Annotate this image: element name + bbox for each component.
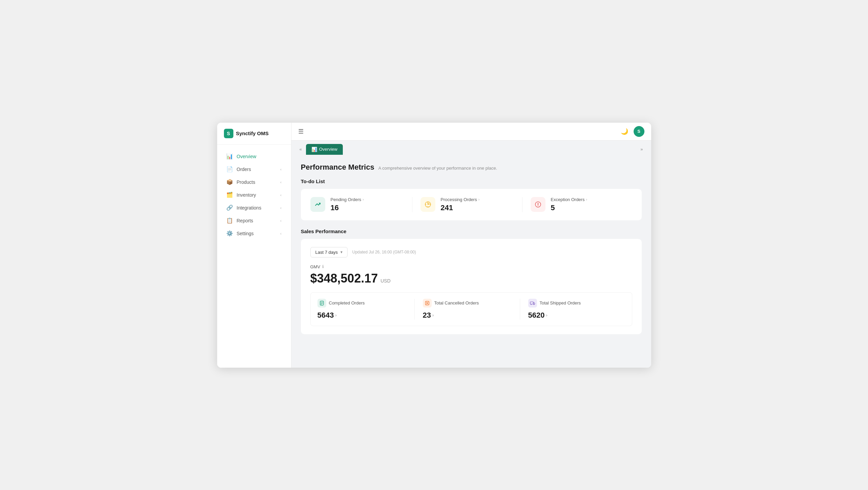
gmv-label: GMV ℹ: [310, 264, 632, 269]
reports-chevron-icon: ‹: [280, 219, 282, 223]
sidebar-label-orders: Orders: [237, 167, 251, 172]
tab-overview-icon: 📊: [311, 147, 317, 152]
sidebar-label-integrations: Integrations: [237, 205, 261, 211]
completed-orders-label: Completed Orders: [329, 300, 365, 305]
main-area: ☰ 🌙 S « 📊 Overview » Performance Metrics…: [291, 123, 651, 368]
cancelled-orders-count: 23: [423, 311, 431, 320]
tab-expand-button[interactable]: »: [638, 145, 645, 153]
order-stats-card: Completed Orders 5643 ›: [310, 292, 632, 326]
todo-card: Pending Orders › 16: [301, 189, 642, 220]
svg-point-6: [428, 206, 428, 207]
sidebar-item-overview[interactable]: 📊 Overview: [220, 150, 288, 163]
reports-icon: 📋: [227, 218, 233, 224]
page-title: Performance Metrics: [301, 163, 375, 172]
svg-point-19: [533, 304, 534, 304]
sidebar-label-reports: Reports: [237, 218, 253, 223]
todo-section: To-do List Pending Orders: [301, 178, 642, 220]
dark-mode-icon[interactable]: 🌙: [621, 128, 628, 135]
gmv-info-icon: ℹ: [322, 264, 324, 269]
shipped-orders-icon: [528, 299, 537, 308]
stat-completed[interactable]: Completed Orders 5643 ›: [317, 299, 414, 320]
todo-item-pending[interactable]: Pending Orders › 16: [310, 197, 412, 212]
gmv-currency: USD: [381, 278, 391, 284]
pending-orders-label: Pending Orders ›: [331, 197, 364, 202]
sidebar-label-settings: Settings: [237, 231, 254, 236]
period-chevron-icon: ▾: [340, 250, 342, 254]
svg-point-5: [428, 202, 428, 203]
gmv-value: $348,502.17: [310, 271, 378, 286]
processing-orders-count: 241: [441, 203, 480, 212]
svg-point-18: [531, 304, 531, 304]
processing-orders-label: Processing Orders ›: [441, 197, 480, 202]
avatar[interactable]: S: [634, 126, 644, 137]
sales-card: Last 7 days ▾ Updated Jul 26, 16:00 (GMT…: [301, 239, 642, 334]
todo-item-processing[interactable]: Processing Orders › 241: [412, 197, 522, 212]
sidebar-item-reports[interactable]: 📋 Reports ‹: [220, 214, 288, 227]
shipped-chevron-icon: ›: [546, 313, 547, 318]
logo-icon: S: [224, 129, 233, 138]
sidebar-label-products: Products: [237, 179, 255, 185]
processing-chevron-icon: ›: [478, 197, 480, 201]
tabbar: « 📊 Overview »: [291, 141, 651, 155]
sidebar-item-settings[interactable]: ⚙️ Settings ‹: [220, 227, 288, 240]
cancelled-chevron-icon: ›: [432, 313, 434, 318]
svg-point-3: [426, 204, 426, 205]
stat-cancelled[interactable]: Total Cancelled Orders 23 ›: [414, 299, 520, 320]
sidebar-label-overview: Overview: [237, 154, 256, 159]
sidebar: S Synctify OMS 📊 Overview 📄 Orders ‹: [217, 123, 291, 368]
completed-orders-icon: [317, 299, 326, 308]
exception-orders-count: 5: [551, 203, 587, 212]
topbar: ☰ 🌙 S: [291, 123, 651, 141]
integrations-icon: 🔗: [227, 205, 233, 211]
completed-orders-count: 5643: [317, 311, 334, 320]
cancelled-orders-label: Total Cancelled Orders: [434, 300, 479, 305]
integrations-chevron-icon: ‹: [280, 206, 282, 210]
inventory-icon: 🗂️: [227, 192, 233, 198]
pending-orders-count: 16: [331, 203, 364, 212]
todo-item-exception[interactable]: Exception Orders › 5: [522, 197, 632, 212]
settings-chevron-icon: ‹: [280, 231, 282, 236]
sales-section: Sales Performance Last 7 days ▾ Updated …: [301, 228, 642, 334]
page-header: Performance Metrics A comprehensive over…: [301, 163, 642, 172]
exception-chevron-icon: ›: [586, 197, 587, 201]
exception-orders-icon: [531, 197, 545, 212]
tab-collapse-button[interactable]: «: [297, 145, 305, 153]
sidebar-nav: 📊 Overview 📄 Orders ‹ 📦 Products ‹: [217, 145, 291, 368]
update-timestamp: Updated Jul 26, 16:00 (GMT-08:00): [352, 250, 416, 254]
sidebar-label-inventory: Inventory: [237, 192, 256, 198]
app-window: S Synctify OMS 📊 Overview 📄 Orders ‹: [217, 123, 651, 368]
orders-chevron-icon: ‹: [280, 167, 282, 171]
products-icon: 📦: [227, 179, 233, 185]
overview-icon: 📊: [227, 153, 233, 160]
todo-section-title: To-do List: [301, 178, 642, 184]
page-subtitle: A comprehensive overview of your perform…: [378, 166, 497, 171]
tab-overview-label: Overview: [319, 147, 337, 152]
cancelled-orders-icon: [423, 299, 432, 308]
period-select[interactable]: Last 7 days ▾: [310, 247, 348, 258]
sales-section-title: Sales Performance: [301, 228, 642, 234]
completed-chevron-icon: ›: [335, 313, 336, 318]
sidebar-item-products[interactable]: 📦 Products ‹: [220, 176, 288, 189]
products-chevron-icon: ‹: [280, 180, 282, 184]
period-label: Last 7 days: [315, 250, 338, 255]
svg-point-4: [430, 204, 430, 205]
orders-icon: 📄: [227, 166, 233, 172]
pending-chevron-icon: ›: [363, 197, 364, 201]
content-area: Performance Metrics A comprehensive over…: [291, 155, 651, 368]
hamburger-icon[interactable]: ☰: [298, 128, 304, 135]
svg-point-9: [538, 205, 538, 206]
tab-overview[interactable]: 📊 Overview: [306, 144, 343, 155]
exception-orders-label: Exception Orders ›: [551, 197, 587, 202]
app-name: Synctify OMS: [236, 130, 269, 136]
inventory-chevron-icon: ‹: [280, 193, 282, 197]
sidebar-item-integrations[interactable]: 🔗 Integrations ‹: [220, 201, 288, 214]
stat-shipped[interactable]: Total Shipped Orders 5620 ›: [520, 299, 625, 320]
sidebar-item-orders[interactable]: 📄 Orders ‹: [220, 163, 288, 176]
shipped-orders-label: Total Shipped Orders: [540, 300, 581, 305]
settings-icon: ⚙️: [227, 230, 233, 237]
sidebar-item-inventory[interactable]: 🗂️ Inventory ‹: [220, 189, 288, 201]
processing-orders-icon: [420, 197, 435, 212]
sidebar-logo: S Synctify OMS: [217, 123, 291, 145]
pending-orders-icon: [310, 197, 325, 212]
svg-rect-17: [530, 302, 533, 304]
